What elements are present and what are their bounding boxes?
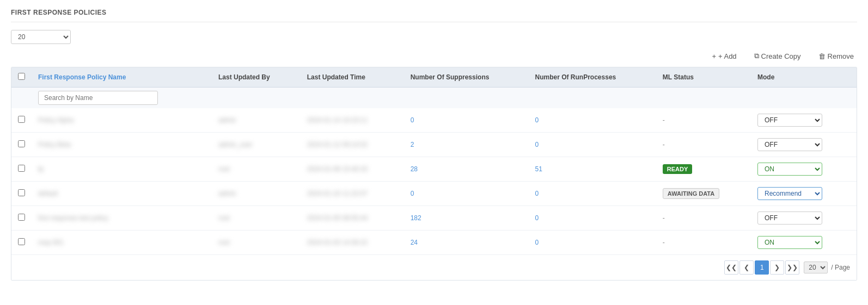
row-checkbox[interactable] bbox=[18, 116, 25, 123]
next-page-button[interactable]: ❯ bbox=[770, 260, 784, 275]
table-row: first response test policyroot2024-01-05… bbox=[11, 206, 857, 231]
row-updated-time: 2024-01-03 14:30:22 bbox=[301, 231, 404, 255]
row-suppressions[interactable]: 28 bbox=[404, 157, 529, 182]
prev-page-button[interactable]: ❮ bbox=[739, 260, 754, 275]
row-policy-name[interactable]: first response test policy bbox=[32, 206, 212, 231]
page-1-button[interactable]: 1 bbox=[755, 260, 769, 275]
row-suppressions[interactable]: 182 bbox=[404, 206, 529, 231]
runprocesses-link[interactable]: 51 bbox=[535, 165, 542, 173]
row-runprocesses[interactable]: 0 bbox=[529, 206, 656, 231]
row-updated-by: root bbox=[212, 206, 301, 231]
page-size-select[interactable]: 10 20 50 bbox=[804, 262, 828, 273]
suppressions-link[interactable]: 24 bbox=[411, 239, 418, 246]
row-ml-status: - bbox=[656, 231, 751, 255]
row-updated-by: admin bbox=[212, 182, 301, 206]
row-policy-name[interactable]: Policy Alpha bbox=[32, 108, 212, 133]
mode-select[interactable]: OFFONRecommend bbox=[757, 187, 822, 200]
row-updated-time: 2024-01-05 08:55:44 bbox=[301, 206, 404, 231]
policy-name-link[interactable]: default bbox=[38, 190, 58, 197]
row-policy-name[interactable]: Policy Beta bbox=[32, 133, 212, 157]
policy-name-link[interactable]: Policy Beta bbox=[38, 141, 71, 148]
row-updated-by: admin bbox=[212, 108, 301, 133]
row-policy-name[interactable]: resp 001 bbox=[32, 231, 212, 255]
runprocesses-link[interactable]: 0 bbox=[535, 116, 539, 124]
table-header-row: First Response Policy Name Last Updated … bbox=[11, 67, 857, 88]
header-suppressions: Number Of Suppressions bbox=[404, 67, 529, 88]
suppressions-link[interactable]: 0 bbox=[411, 116, 414, 124]
runprocesses-link[interactable]: 0 bbox=[535, 214, 539, 222]
suppressions-link[interactable]: 0 bbox=[411, 190, 414, 197]
header-policy-name: First Response Policy Name bbox=[32, 67, 212, 88]
policy-dropdown[interactable]: 20 bbox=[11, 30, 71, 44]
row-updated-time: 2024-01-08 15:40:33 bbox=[301, 157, 404, 182]
search-input[interactable] bbox=[38, 91, 158, 105]
row-suppressions[interactable]: 2 bbox=[404, 133, 529, 157]
policies-table: First Response Policy Name Last Updated … bbox=[11, 67, 857, 254]
row-runprocesses[interactable]: 0 bbox=[529, 108, 656, 133]
page-title: FIRST RESPONSE POLICIES bbox=[11, 9, 857, 22]
row-runprocesses[interactable]: 0 bbox=[529, 133, 656, 157]
policies-table-container: First Response Policy Name Last Updated … bbox=[11, 67, 857, 281]
mode-select[interactable]: OFFONRecommend bbox=[757, 236, 822, 249]
header-runprocesses: Number Of RunProcesses bbox=[529, 67, 656, 88]
row-runprocesses[interactable]: 0 bbox=[529, 231, 656, 255]
table-row: Policy Betaadmin_user2024-01-12 09:14:52… bbox=[11, 133, 857, 157]
first-page-button[interactable]: ❮❮ bbox=[724, 260, 738, 275]
policy-name-link[interactable]: resp 001 bbox=[38, 239, 64, 246]
row-ml-status: AWAITING DATA bbox=[656, 182, 751, 206]
row-suppressions[interactable]: 0 bbox=[404, 108, 529, 133]
filter-spacer bbox=[212, 88, 857, 109]
mode-select[interactable]: OFFONRecommend bbox=[757, 138, 822, 151]
filter-search-cell bbox=[32, 88, 212, 109]
suppressions-link[interactable]: 182 bbox=[411, 214, 421, 222]
row-ml-status: - bbox=[656, 108, 751, 133]
row-suppressions[interactable]: 0 bbox=[404, 182, 529, 206]
runprocesses-link[interactable]: 0 bbox=[535, 239, 539, 246]
mode-select[interactable]: OFFONRecommend bbox=[757, 114, 822, 127]
row-mode: OFFONRecommend bbox=[751, 182, 857, 206]
policy-name-link[interactable]: Policy Alpha bbox=[38, 116, 74, 124]
row-suppressions[interactable]: 24 bbox=[404, 231, 529, 255]
runprocesses-link[interactable]: 0 bbox=[535, 190, 539, 197]
suppressions-link[interactable]: 28 bbox=[411, 165, 418, 173]
header-checkbox bbox=[11, 67, 32, 88]
row-checkbox[interactable] bbox=[18, 140, 25, 147]
dropdown-row: 20 bbox=[11, 30, 857, 44]
header-ml-status: ML Status bbox=[656, 67, 751, 88]
row-updated-time: 2024-01-12 09:14:52 bbox=[301, 133, 404, 157]
row-checkbox[interactable] bbox=[18, 189, 25, 196]
table-row: fproot2024-01-08 15:40:332851READYOFFONR… bbox=[11, 157, 857, 182]
add-button[interactable]: + + Add bbox=[708, 50, 739, 63]
row-checkbox-cell bbox=[11, 182, 32, 206]
row-mode: OFFONRecommend bbox=[751, 231, 857, 255]
row-checkbox-cell bbox=[11, 206, 32, 231]
table-row: defaultadmin2024-01-10 11:22:0700AWAITIN… bbox=[11, 182, 857, 206]
runprocesses-link[interactable]: 0 bbox=[535, 141, 539, 148]
suppressions-link[interactable]: 2 bbox=[411, 141, 414, 148]
row-mode: OFFONRecommend bbox=[751, 206, 857, 231]
row-policy-name[interactable]: fp bbox=[32, 157, 212, 182]
row-checkbox[interactable] bbox=[18, 165, 25, 172]
row-runprocesses[interactable]: 0 bbox=[529, 182, 656, 206]
row-updated-by: root bbox=[212, 157, 301, 182]
policy-name-link[interactable]: fp bbox=[38, 165, 44, 173]
mode-select[interactable]: OFFONRecommend bbox=[757, 211, 822, 225]
row-checkbox[interactable] bbox=[18, 238, 25, 245]
row-updated-time: 2024-01-14 10:23:11 bbox=[301, 108, 404, 133]
row-checkbox[interactable] bbox=[18, 214, 25, 221]
select-all-checkbox[interactable] bbox=[18, 73, 25, 80]
create-copy-label: Create Copy bbox=[761, 52, 801, 60]
policy-name-link[interactable]: first response test policy bbox=[38, 214, 108, 222]
table-row: Policy Alphaadmin2024-01-14 10:23:1100-O… bbox=[11, 108, 857, 133]
row-ml-status: - bbox=[656, 133, 751, 157]
header-updated-time: Last Updated Time bbox=[301, 67, 404, 88]
remove-button[interactable]: 🗑 Remove bbox=[815, 50, 857, 63]
ml-awaiting-badge: AWAITING DATA bbox=[663, 188, 719, 199]
row-updated-by: admin_user bbox=[212, 133, 301, 157]
row-policy-name[interactable]: default bbox=[32, 182, 212, 206]
create-copy-button[interactable]: ⧉ Create Copy bbox=[751, 49, 804, 63]
row-runprocesses[interactable]: 51 bbox=[529, 157, 656, 182]
last-page-button[interactable]: ❯❯ bbox=[785, 260, 799, 275]
table-body: Policy Alphaadmin2024-01-14 10:23:1100-O… bbox=[11, 108, 857, 254]
mode-select[interactable]: OFFONRecommend bbox=[757, 163, 822, 176]
